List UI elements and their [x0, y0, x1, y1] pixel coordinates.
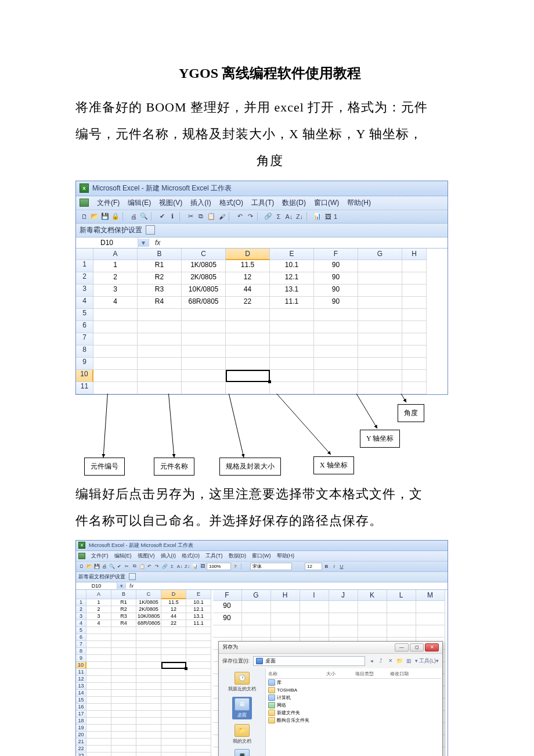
format-painter-icon[interactable]: 🖌 [217, 212, 226, 221]
sort-asc-icon[interactable]: A↓ [176, 563, 183, 570]
chart-icon[interactable]: 📊 [313, 212, 322, 221]
cell[interactable] [161, 697, 186, 704]
cell[interactable]: 44 [161, 613, 186, 620]
cell[interactable] [186, 711, 211, 718]
cell[interactable] [93, 309, 138, 321]
place-recent[interactable]: 🕑 我最近的文档 [228, 672, 256, 692]
permission-icon[interactable]: 🔒 [111, 212, 120, 221]
cell[interactable] [111, 634, 136, 641]
cell[interactable] [138, 358, 182, 370]
cell[interactable] [358, 272, 402, 285]
menu-tools[interactable]: 工具(T) [251, 198, 274, 208]
cell[interactable] [161, 753, 186, 756]
cell[interactable] [136, 711, 161, 718]
row-header[interactable]: 16 [76, 704, 86, 711]
row-header[interactable]: 6 [76, 634, 86, 641]
row-header[interactable]: 4 [76, 297, 93, 309]
cell[interactable]: R4 [138, 297, 182, 309]
row-header[interactable]: 6 [76, 321, 93, 333]
cell[interactable] [111, 690, 136, 697]
cell[interactable] [86, 634, 111, 641]
cell[interactable]: 12.1 [270, 272, 314, 285]
cell[interactable] [300, 625, 329, 638]
cell[interactable] [93, 345, 138, 358]
cell[interactable] [387, 601, 416, 613]
cell[interactable] [226, 333, 270, 345]
zoom-combo[interactable]: 100% [207, 563, 231, 570]
file-list-item[interactable]: 网络 [267, 701, 441, 709]
cell[interactable] [387, 613, 416, 625]
cell[interactable]: 11.5 [226, 260, 270, 272]
cell[interactable] [138, 382, 182, 394]
spreadsheet-grid-1[interactable]: ABCDEFGH11R11K/080511.510.19022R22K/0805… [76, 249, 448, 394]
cell[interactable] [161, 641, 186, 648]
row-header[interactable]: 12 [76, 676, 86, 683]
cell[interactable] [136, 648, 161, 655]
chart-icon[interactable]: 📊 [192, 563, 198, 570]
cell[interactable] [358, 601, 387, 613]
cell[interactable] [86, 718, 111, 725]
protect-label[interactable]: 新毒霸文档保护设置 [80, 225, 142, 235]
cell[interactable] [182, 345, 226, 358]
cell[interactable] [161, 648, 186, 655]
cell[interactable]: 12 [161, 606, 186, 613]
row-header[interactable]: 20 [76, 732, 86, 739]
cell[interactable]: 2 [93, 272, 138, 285]
cell[interactable] [138, 309, 182, 321]
spell-icon[interactable]: ✔ [157, 212, 167, 221]
menu-help[interactable]: 帮助(H) [347, 198, 371, 208]
cell[interactable] [416, 625, 445, 638]
cell[interactable]: 90 [314, 260, 358, 272]
tools-menu[interactable]: ▾ 工具(L)▾ [415, 657, 439, 665]
cell[interactable] [300, 601, 329, 613]
copy-icon[interactable]: ⧉ [131, 563, 138, 570]
cell[interactable] [358, 382, 402, 394]
cell[interactable] [136, 739, 161, 746]
cell[interactable] [136, 725, 161, 732]
cell[interactable] [86, 732, 111, 739]
row-header[interactable]: 5 [76, 627, 86, 634]
cell[interactable] [161, 704, 186, 711]
cell[interactable] [161, 627, 186, 634]
name-box-dropdown-icon[interactable]: ▾ [117, 583, 126, 589]
menu-window[interactable]: 窗口(W) [314, 198, 339, 208]
cell[interactable] [111, 655, 136, 662]
row-header[interactable]: 11 [76, 382, 93, 394]
cell[interactable] [111, 627, 136, 634]
row-header[interactable]: 13 [76, 683, 86, 690]
cell[interactable] [182, 333, 226, 345]
row-header[interactable]: 11 [76, 669, 86, 676]
menu-insert[interactable]: 插入(I) [161, 552, 176, 560]
cell[interactable] [86, 683, 111, 690]
cell[interactable] [182, 309, 226, 321]
menu-insert[interactable]: 插入(I) [190, 198, 211, 208]
cell[interactable] [86, 704, 111, 711]
sort-desc-icon[interactable]: Z↓ [295, 212, 304, 221]
cell[interactable] [161, 690, 186, 697]
cell[interactable] [136, 697, 161, 704]
open-icon[interactable]: 📂 [90, 212, 99, 221]
help-icon[interactable]: ? [232, 563, 239, 570]
cell[interactable] [186, 718, 211, 725]
sort-desc-icon[interactable]: Z↓ [184, 563, 190, 570]
font-name-combo[interactable]: 宋体 [250, 563, 292, 570]
cell[interactable] [86, 655, 111, 662]
undo-icon[interactable]: ↶ [146, 563, 153, 570]
cell[interactable] [270, 321, 314, 333]
col-header[interactable]: D [161, 590, 186, 599]
cell[interactable]: 68R/0805 [136, 620, 161, 627]
file-list[interactable]: 名称 大小 项目类型 修改日期 库TOSHIBA计算机网络新建文件夹酷狗音乐文件… [266, 668, 442, 756]
col-header[interactable]: F [314, 249, 358, 260]
col-header[interactable]: I [300, 590, 329, 601]
cell[interactable] [358, 285, 402, 297]
row-header[interactable]: 5 [76, 309, 93, 321]
redo-icon[interactable]: ↷ [154, 563, 160, 570]
cell[interactable] [93, 333, 138, 345]
cell[interactable]: 13.1 [270, 285, 314, 297]
cell[interactable]: 11.1 [186, 620, 211, 627]
cell[interactable] [136, 732, 161, 739]
cell[interactable] [93, 321, 138, 333]
menu-view[interactable]: 视图(V) [159, 198, 182, 208]
cell[interactable] [270, 358, 314, 370]
research-icon[interactable]: ℹ [168, 212, 177, 221]
